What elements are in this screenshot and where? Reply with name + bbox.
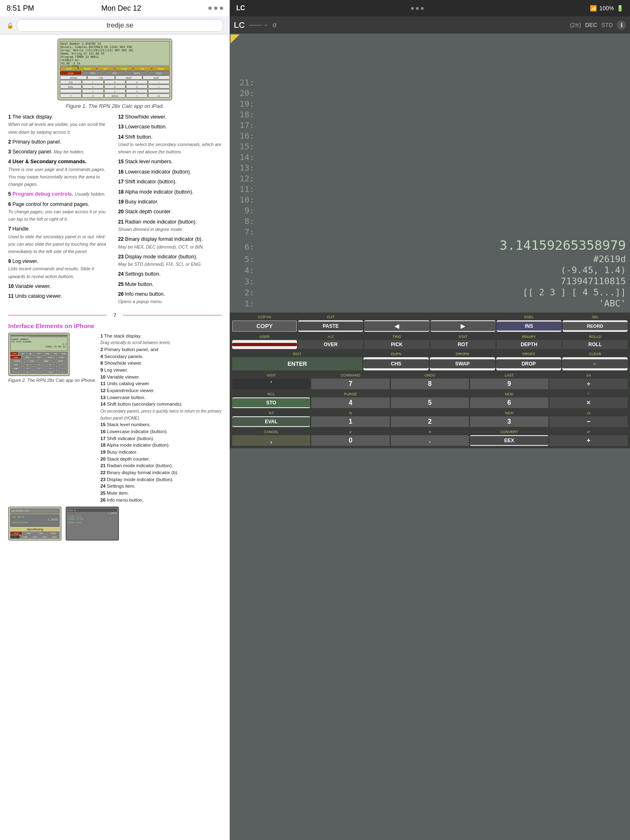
stack-row-19: 19: [234, 99, 626, 109]
stack-row-4: 4: (-9.45, 1.4) [234, 265, 626, 275]
add-button[interactable]: + [550, 435, 628, 446]
btn-row-enter: ENTER CHS SWAP DROP ← [232, 357, 628, 370]
label-drop2: DROP2 [496, 352, 562, 356]
stack-display: 21: 20: 19: 18: 17: 16: 15: 14: 13: 12: … [230, 34, 630, 313]
info-button[interactable]: ℹ [617, 21, 626, 30]
section2-title: Interface Elements on iPhone [8, 322, 221, 329]
stack-level-12: 12: [234, 173, 254, 183]
swap-btn-label: SWAP [430, 359, 495, 368]
eex-btn-label: EEX [470, 436, 548, 445]
user-button[interactable] [232, 340, 297, 349]
stack-row-5: 5: #2619d [234, 254, 626, 264]
stack-row-11: 11: [234, 184, 626, 194]
three-btn-label: 3 [470, 416, 548, 427]
stack-row-14: 14: [234, 152, 626, 162]
label-clear: CLEAR [562, 352, 628, 356]
five-button[interactable]: 5 [391, 397, 469, 408]
calc-header-bar: LC ——→ α (2π) DEC STD ℹ [230, 16, 630, 34]
seven-button[interactable]: 7 [311, 379, 389, 389]
btn-labels-row3: VISIT COMMAND UNDO LAST 1/x [232, 373, 628, 377]
figure1-container: Real Number 3.45678E 14 Binary, Complex … [8, 39, 221, 109]
btn-labels-row4: RCL PURGE MOD ^ [232, 392, 628, 396]
two-button[interactable]: 2 [391, 416, 469, 427]
iphone-figure: LogVariablesUnits BINARY NUMBERS #71 #75… [8, 333, 96, 504]
left-arrow-button[interactable]: ◀ [364, 320, 429, 332]
label-binary: BINARY [497, 335, 562, 339]
status-bar-left: 8:51 PM Mon Dec 12 [0, 0, 230, 16]
seven-btn-label: 7 [311, 379, 389, 389]
stack-row-18: 18: [234, 110, 626, 119]
stack-val-6: 3.14159265358979 [258, 237, 626, 253]
label-pi: π [391, 430, 469, 434]
four-button[interactable]: 4 [311, 397, 389, 408]
stack-row-2: 2: [[ 2 3 ] [ 4 5...]] [234, 287, 626, 297]
stack-level-21: 21: [234, 78, 254, 87]
six-button[interactable]: 6 [470, 397, 548, 408]
dot-button[interactable]: . [391, 435, 469, 446]
subtract-btn-label: − [550, 416, 628, 427]
chs-button[interactable]: CHS [363, 357, 429, 370]
subtract-button[interactable]: − [550, 416, 628, 427]
btn-labels-row5: %T % %CH √x [232, 411, 628, 415]
label-empty3 [391, 392, 469, 396]
over-button[interactable]: OVER [298, 340, 363, 349]
eex-button[interactable]: EEX [470, 435, 548, 446]
stack-level-18: 18: [234, 110, 254, 119]
reord-button[interactable]: REORD [563, 320, 628, 332]
stack-row-17: 17: [234, 120, 626, 130]
dot1 [208, 7, 212, 10]
one-button[interactable]: 1 [311, 416, 389, 427]
roll-button[interactable]: ROLL [563, 340, 628, 349]
stack-row-7: 7: [234, 227, 626, 237]
buttons-area: COPYN CUT DSEL SEL COPY PASTE ◀ ▶ INS [230, 313, 630, 448]
page-divider: 7 [8, 312, 221, 318]
paste-button[interactable]: PASTE [298, 320, 363, 332]
sto-button[interactable]: STO [232, 397, 310, 408]
zero-btn-label: 0 [311, 435, 389, 446]
chs-btn-label: CHS [363, 359, 429, 368]
comma-button[interactable]: , [232, 435, 310, 446]
dot2 [214, 7, 217, 10]
divide-button[interactable]: ÷ [550, 379, 628, 389]
rot-button[interactable]: ROT [431, 340, 495, 349]
right-arrow-button[interactable]: ▶ [431, 320, 495, 332]
stack-level-17: 17: [234, 120, 254, 130]
btn-labels-row6: CANCEL e π CONVERT x² [232, 430, 628, 434]
wifi-icon: 📶 [590, 5, 597, 11]
label-pct: %T [232, 411, 310, 415]
copy-btn-label: COPY [232, 320, 297, 332]
enter-btn-label: ENTER [232, 357, 362, 370]
one-btn-label: 1 [311, 416, 389, 427]
status-dots-right [411, 7, 424, 10]
tick-button[interactable]: ' [232, 379, 310, 389]
pick-button[interactable]: PICK [364, 340, 429, 349]
two-btn-label: 2 [391, 416, 469, 427]
enter-button[interactable]: ENTER [232, 357, 362, 370]
roll-btn-label: ROLL [563, 340, 628, 349]
browser-url[interactable]: tredje.se [17, 19, 223, 32]
eval-button[interactable]: EVAL [232, 416, 310, 427]
swap-button[interactable]: SWAP [430, 357, 495, 370]
zero-button[interactable]: 0 [311, 435, 389, 446]
label-empty2 [431, 315, 495, 319]
multiply-button[interactable]: × [550, 397, 628, 408]
browser-bar: 🔒 tredje.se [0, 16, 230, 34]
stack-level-1: 1: [234, 299, 254, 308]
ins-button[interactable]: INS [497, 320, 562, 332]
depth-button[interactable]: DEPTH [497, 340, 562, 349]
three-button[interactable]: 3 [470, 416, 548, 427]
drop-btn-label: DROP [496, 359, 562, 368]
comma-btn-label: , [232, 435, 310, 446]
header-dec: DEC [585, 22, 597, 28]
battery-icon: 🔋 [616, 5, 623, 11]
eight-button[interactable]: 8 [391, 379, 469, 389]
backspace-button[interactable]: ← [562, 357, 628, 370]
dot3 [220, 7, 223, 10]
nine-button[interactable]: 9 [470, 379, 548, 389]
drop-button[interactable]: DROP [496, 357, 562, 370]
stack-level-14: 14: [234, 152, 254, 162]
header-arrow: ——→ [249, 21, 269, 29]
copy-button[interactable]: COPY [232, 320, 297, 332]
label-last: LAST [470, 373, 548, 377]
lock-icon: 🔒 [7, 22, 14, 29]
